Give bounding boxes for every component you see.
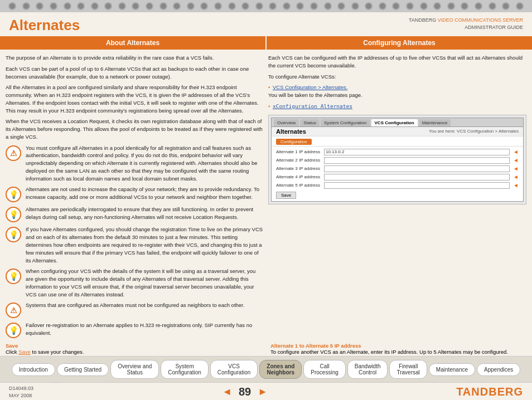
spiral-hole [200, 2, 208, 10]
right-to-configure: To configure Alternate VCSs: [268, 73, 526, 81]
bottom-info-left: Save Click Save to save your changes. [6, 343, 262, 355]
warn2-text: Systems that are configured as Alternate… [26, 301, 244, 309]
ss-breadcrumb: You are here: VCS Configuration > Altern… [429, 129, 519, 134]
spiral-hole [77, 2, 85, 10]
section-header-left: About Alternates [0, 36, 265, 50]
footer: D14049.03 MAY 2008 ◄ 89 ► TANDBERG [0, 382, 532, 400]
tip-row-5: 💡 Failover re-registration to an Alterna… [6, 321, 264, 338]
spiral-hole [22, 2, 30, 10]
ss-heading: Alternates [276, 128, 306, 135]
nav-getting-started[interactable]: Getting Started [57, 363, 109, 376]
ss-input-4[interactable] [324, 174, 510, 181]
ss-arrow-4: ◄ [513, 174, 519, 180]
ss-configuration-tab[interactable]: Configuration [276, 139, 312, 145]
ss-label-2: Alternate 2 IP address [276, 158, 321, 163]
spiral-hole [91, 2, 99, 10]
spiral-hole [489, 2, 496, 10]
ss-input-5[interactable] [324, 182, 510, 189]
tip-icon-3: 💡 [6, 227, 21, 242]
footer-nav: ◄ 89 ► [222, 386, 268, 398]
spiral-hole [228, 2, 236, 10]
spiral-hole [173, 2, 181, 10]
nav-vcs-config[interactable]: VCS Configuration [210, 360, 258, 379]
spiral-hole [516, 2, 524, 10]
section-headers: About Alternates Configuring Alternates [0, 36, 532, 50]
para3: All the Alternates in a pool are configu… [6, 84, 264, 114]
ss-input-2[interactable] [324, 157, 510, 164]
ss-arrow-2: ◄ [513, 157, 519, 163]
tip1-text: Alternates are not used to increase the … [26, 186, 264, 201]
nav-system-config[interactable]: System Configuration [161, 360, 208, 379]
subtitle-highlight: VIDEO COMMUNICATIONS SERVER [438, 17, 523, 23]
ss-heading-row: Alternates You are here: VCS Configurati… [272, 127, 523, 136]
ss-config-tab-row: Configuration [272, 136, 523, 147]
nav-introduction[interactable]: Introduction [12, 363, 55, 376]
right-link1-row: • VCS Configuration > Alternates. You wi… [268, 84, 526, 99]
subtitle-line2: ADMINISTRATOR GUIDE [465, 25, 523, 30]
ss-tab-maintenance[interactable]: Maintenance [419, 119, 451, 126]
ss-save-button[interactable]: Save [276, 192, 296, 199]
nav-bar: Introduction Getting Started Overview an… [0, 356, 532, 382]
spiral-hole [118, 2, 126, 10]
spiral-hole [8, 2, 16, 10]
brand-logo: TANDBERG [456, 386, 523, 398]
nav-call-processing[interactable]: Call Processing [303, 360, 345, 379]
vcs-config-link[interactable]: VCS Configuration > Alternates. [273, 84, 347, 90]
spiral-hole [187, 2, 195, 10]
spiral-hole [36, 2, 43, 10]
screenshot-inner: Overview Status System Configuration VCS… [271, 118, 524, 202]
content-area: The purpose of an Alternate is to provid… [0, 50, 532, 340]
ss-label-4: Alternate 4 IP address [276, 174, 321, 179]
ss-tab-vcs[interactable]: VCS Configuration [371, 119, 418, 126]
spiral-hole [64, 2, 71, 10]
brand-tan: TAN [456, 386, 480, 398]
save-text: Click Save to save your changes. [6, 349, 262, 355]
ss-tab-overview[interactable]: Overview [274, 119, 299, 126]
left-column: The purpose of an Alternate is to provid… [6, 54, 264, 338]
nav-bandwidth-control[interactable]: Bandwidth Control [347, 360, 388, 379]
spiral-hole [379, 2, 386, 10]
ss-arrow-5: ◄ [513, 182, 519, 188]
ss-tab-status[interactable]: Status [300, 119, 320, 126]
nav-appendices[interactable]: Appendices [477, 363, 520, 376]
document: Alternates TANDBERG VIDEO COMMUNICATIONS… [0, 12, 532, 389]
ss-tab-system[interactable]: System Configuration [321, 119, 370, 126]
spiral-hole [255, 2, 263, 10]
subtitle-line1: TANDBERG VIDEO COMMUNICATIONS SERVER [409, 17, 523, 23]
section-header-right: Configuring Alternates [267, 36, 532, 50]
para4: When the VCS receives a Location Request… [6, 118, 264, 140]
tip4-text: When configuring your VCS with the detai… [26, 267, 264, 298]
link1-note: You will be taken to the Alternates page… [268, 92, 362, 98]
nav-zones-neighbors[interactable]: Zones and Neighbors [259, 360, 302, 379]
spiral-hole [351, 2, 359, 10]
spiral-hole [159, 2, 167, 10]
tip-icon-4: 💡 [6, 269, 21, 284]
next-arrow-icon[interactable]: ► [258, 386, 268, 398]
spiral-hole [50, 2, 57, 10]
screenshot-tabs-bar: Overview Status System Configuration VCS… [272, 118, 523, 127]
tip-icon-1: 💡 [6, 187, 21, 202]
xconfiguration-link[interactable]: xConfiguration Alternates [273, 103, 352, 109]
page-number: 89 [239, 386, 251, 398]
tip5-text: Failover re-registration to an Alternate… [26, 321, 264, 337]
warning-row-2: ⚠ Systems that are configured as Alterna… [6, 301, 264, 318]
ss-form-row-5: Alternate 5 IP address ◄ [276, 182, 519, 189]
ss-input-3[interactable] [324, 165, 510, 172]
screenshot-area: Overview Status System Configuration VCS… [268, 115, 526, 204]
spiral-hole [447, 2, 455, 10]
warn1-text: You must configure all Alternates in a p… [26, 144, 264, 183]
tip-row-3: 💡 If you have Alternates configured, you… [6, 226, 264, 264]
nav-maintenance[interactable]: Maintenance [429, 363, 475, 376]
spiral-binding [0, 0, 532, 12]
spiral-hole [461, 2, 468, 10]
prev-arrow-icon[interactable]: ◄ [222, 386, 232, 398]
ss-input-1[interactable] [324, 149, 510, 155]
para2: Each VCS can be part of a pool of up to … [6, 65, 264, 81]
tip-icon-2: 💡 [6, 207, 21, 222]
para1: The purpose of an Alternate is to provid… [6, 54, 264, 62]
tip-row-2: 💡 Alternates are periodically interrogat… [6, 206, 264, 222]
nav-firewall-traversal[interactable]: Firewall Traversal [389, 360, 427, 379]
spiral-hole [392, 2, 400, 10]
spiral-hole [324, 2, 332, 10]
nav-overview-status[interactable]: Overview and Status [110, 360, 159, 379]
